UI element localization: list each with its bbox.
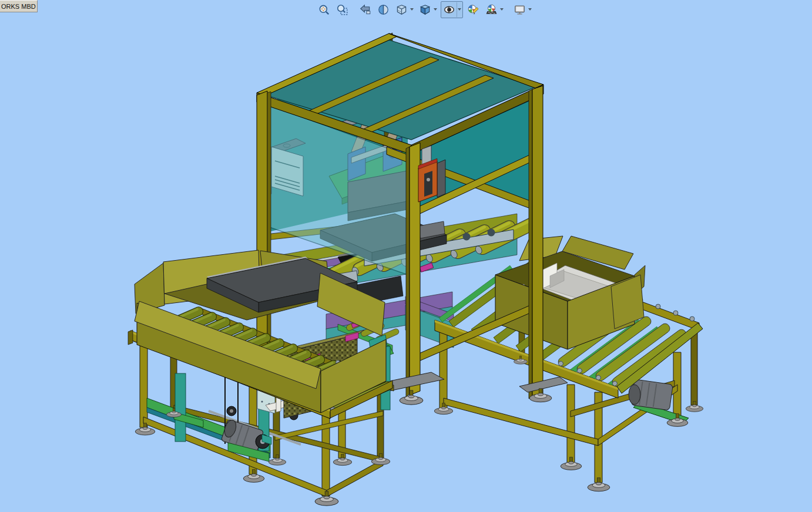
monitor-icon (514, 4, 525, 15)
view-settings-group (512, 2, 533, 18)
display-style-group (417, 2, 438, 18)
view-settings-button[interactable] (512, 2, 528, 18)
zoom-to-fit-icon (318, 4, 330, 15)
hide-show-items-group (441, 1, 463, 18)
document-tab[interactable]: ORKS MBD (0, 0, 38, 12)
display-style-button[interactable] (417, 2, 433, 18)
view-orientation-dropdown[interactable] (410, 8, 414, 11)
3d-viewport[interactable] (0, 0, 812, 512)
previous-view-icon (360, 4, 371, 15)
apply-scene-button[interactable] (484, 2, 499, 18)
document-tab-label: ORKS MBD (1, 3, 36, 10)
view-orientation-group (394, 2, 415, 18)
edit-appearance-button[interactable] (465, 2, 481, 18)
appearance-ball-pencil-icon (468, 4, 479, 15)
view-orientation-button[interactable] (394, 2, 410, 18)
hide-show-items-button[interactable] (441, 2, 457, 18)
display-style-cube-icon (420, 4, 431, 15)
hide-show-items-dropdown[interactable] (458, 8, 461, 11)
solidworks-window: { "window": { "tab_label": "ORKS MBD" },… (0, 0, 812, 512)
apply-scene-dropdown[interactable] (500, 8, 504, 11)
scene-ball-icon (486, 4, 497, 15)
previous-view-button[interactable] (357, 2, 373, 18)
view-orientation-cube-icon (396, 4, 407, 15)
eye-icon (444, 4, 455, 15)
display-style-dropdown[interactable] (434, 8, 437, 11)
section-view-button[interactable] (375, 2, 391, 18)
view-settings-dropdown[interactable] (528, 8, 532, 11)
zoom-to-area-button[interactable] (334, 2, 350, 18)
heads-up-view-toolbar (316, 1, 533, 18)
zoom-to-fit-button[interactable] (316, 2, 332, 18)
apply-scene-group (484, 2, 505, 18)
section-view-icon (378, 4, 389, 15)
zoom-to-area-icon (337, 4, 348, 15)
